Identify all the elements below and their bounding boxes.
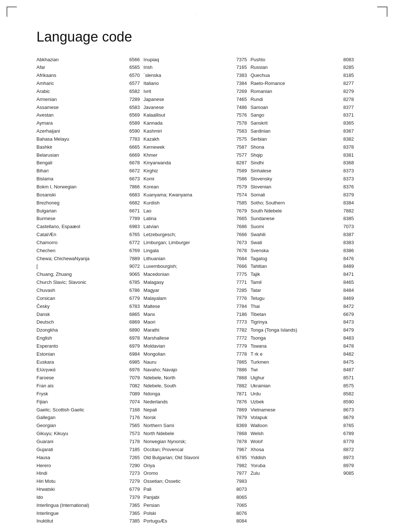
language-name: Norwegian Nynorsk; [143, 438, 233, 445]
list-item: Tajik8471 [251, 271, 354, 279]
language-name: Letzeburgesch; [143, 231, 233, 238]
list-item: Bulgarian6671 [36, 207, 140, 215]
list-item: Urdu8582 [251, 390, 354, 398]
language-code: 8479 [340, 327, 354, 334]
language-code: 6679 [340, 311, 354, 318]
language-code: 8285 [340, 64, 354, 71]
list-item: Ivrit7269 [143, 87, 247, 95]
language-name: Kinyarwanda [143, 160, 233, 167]
language-name: Pushto [251, 56, 340, 63]
language-name: Sinhalese [251, 168, 340, 175]
language-name: English [36, 335, 126, 342]
language-name: Romanian [251, 88, 340, 95]
language-name: Tamil [251, 279, 340, 286]
list-item: Slovensky8373 [251, 175, 354, 183]
language-code: 9065 [126, 271, 140, 278]
list-item: Latvian7686 [143, 223, 247, 231]
list-item: Armenian7289 [36, 95, 140, 103]
list-item: Yiddish8973 [251, 454, 354, 462]
language-code: 8377 [340, 104, 354, 111]
list-item: Luxembourgish;7666 [143, 263, 247, 271]
language-code: 7779 [233, 343, 247, 350]
list-item: Chuvash6786 [36, 286, 140, 294]
language-code: 8387 [340, 231, 354, 238]
list-item: Khmer7577 [143, 151, 247, 159]
list-item: Kazakh7575 [143, 135, 247, 143]
list-item: Hiri Motu7279 [36, 478, 140, 486]
language-name: Bislama [36, 176, 126, 183]
language-name: Korean [143, 184, 233, 191]
list-item: Pushto8083 [251, 56, 354, 64]
language-code: 7589 [233, 168, 247, 175]
language-code: 7385 [126, 518, 140, 525]
corner-tl [7, 7, 17, 17]
language-code: 8185 [340, 72, 354, 79]
list-item: Ndebele, North7868 [143, 374, 247, 382]
language-code: 7285 [233, 287, 247, 294]
language-name: Somali [251, 192, 340, 199]
language-name: Xhosa [251, 446, 340, 453]
list-item: Somali8379 [251, 191, 354, 199]
language-name: Rundi [251, 96, 340, 103]
language-name: Welsh [251, 430, 340, 437]
list-item: Azerhaijani6590 [36, 128, 140, 136]
language-name: Dzongkha [36, 327, 126, 334]
language-code: 7273 [126, 470, 140, 477]
language-name: Walloon [251, 422, 340, 429]
list-item: Interlingue7365 [36, 509, 140, 517]
language-code: 8076 [233, 510, 247, 517]
language-name: Panjabi [143, 494, 233, 501]
language-code: 8476 [340, 255, 354, 262]
language-name: Tsonga [251, 335, 340, 342]
language-code: 7865 [233, 359, 247, 366]
list-item: Belarusian6669 [36, 151, 140, 159]
language-name: Nederlands [143, 399, 233, 406]
list-item: Sardinian8367 [251, 128, 354, 136]
list-item: Gallegan7176 [36, 414, 140, 422]
language-code: 6569 [126, 112, 140, 119]
list-item: Assamese6583 [36, 103, 140, 112]
list-item: Georgian7565 [36, 422, 140, 430]
language-name: Bulgarian [36, 208, 126, 215]
list-item: Romanian8279 [251, 87, 354, 95]
list-item: Deutsch6869 [36, 318, 140, 326]
language-name: Slovenian [251, 184, 340, 191]
language-name: Javanese [143, 104, 233, 111]
language-name: Lithuanian [143, 255, 233, 262]
list-item: Tatar8484 [251, 286, 354, 294]
language-code: 7579 [233, 184, 247, 191]
list-item: Afrikaans6570 [36, 72, 140, 80]
language-code: 6665 [126, 144, 140, 151]
list-item: Chamorro6772 [36, 239, 140, 247]
list-item: Tagalog8476 [251, 255, 354, 263]
language-code: 8765 [340, 422, 354, 429]
list-item: Ukrainian8575 [251, 382, 354, 390]
language-name: Turkmen [251, 359, 340, 366]
language-code: 7383 [233, 72, 247, 79]
list-item: Tahitian8489 [251, 263, 354, 271]
list-item: Norwegian Nynorsk;7878 [143, 438, 247, 446]
language-code: 8478 [340, 343, 354, 350]
list-item: Moldavian7779 [143, 342, 247, 350]
language-name: Suomi [251, 223, 340, 230]
list-item: Vietnamese8673 [251, 406, 354, 414]
list-item: Castellano, Espaæol6983 [36, 223, 140, 231]
list-item: Samoan8377 [251, 103, 354, 112]
list-item: South Ndebele7882 [251, 207, 354, 215]
language-code: 7878 [233, 438, 247, 445]
list-item: Gujarati7185 [36, 446, 140, 454]
language-code: 8084 [233, 518, 247, 525]
list-item: Japanese7465 [143, 95, 247, 103]
list-item: Latina7665 [143, 215, 247, 223]
language-code: 6865 [126, 311, 140, 318]
list-item: Sotho; Southern8384 [251, 199, 354, 207]
language-name: Aymara [36, 120, 126, 127]
language-code: 9072 [126, 263, 140, 270]
language-name: Yoruba [251, 462, 340, 469]
language-name: Avestan [36, 112, 126, 119]
language-name: Tajik [251, 271, 340, 278]
list-item: Bahasa Melayu7783 [36, 135, 140, 143]
list-item: Shona8378 [251, 143, 354, 151]
list-item: Amharic6577 [36, 80, 140, 88]
language-name: Abkhazian [36, 56, 126, 63]
